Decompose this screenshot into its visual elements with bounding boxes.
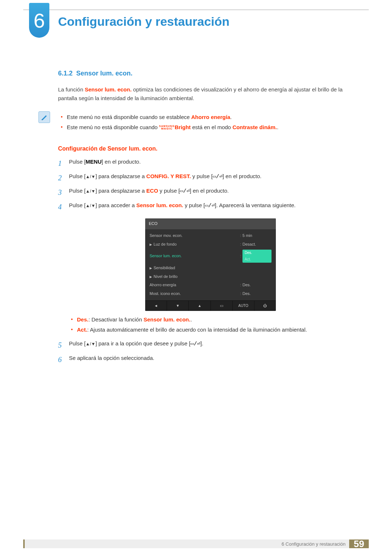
enter-icon: ▭/⏎ [213, 174, 222, 180]
osd-title: ECO [145, 218, 276, 229]
manual-page: 6 Configuración y restauración 6.1.2Sens… [0, 0, 392, 554]
step-5: 5 Pulse [▲/▼] para ir a la opción que de… [58, 339, 363, 351]
step-3: 3 Pulse [▲/▼] para desplazarse a ECO y p… [58, 186, 363, 198]
submenu-arrow-icon: ▶ [150, 274, 152, 279]
osd-option-dropdown: Des. Act. [242, 250, 271, 263]
submenu-arrow-icon: ▶ [150, 266, 152, 271]
option-des: Des.: Desactivar la función Sensor lum. … [69, 315, 363, 324]
submenu-arrow-icon: ▶ [150, 242, 152, 247]
osd-footer: ◄ ▼ ▲ ▭ AUTO ⏻ [145, 300, 276, 311]
option-description-list: Des.: Desactivar la función Sensor lum. … [69, 315, 363, 334]
enter-icon: ▭/⏎ [191, 341, 200, 347]
section-title: Sensor lum. econ. [76, 70, 132, 77]
osd-row-most-icono: Most. icono econ.:Des. [145, 290, 276, 298]
up-down-icon: ▲/▼ [86, 342, 95, 346]
chapter-badge: 6 [29, 3, 49, 38]
page-header: 6 Configuración y restauración [0, 0, 392, 44]
osd-footer-down-icon: ▼ [167, 301, 188, 311]
note-bullets: Este menú no está disponible cuando se e… [59, 111, 278, 133]
step-4: 4 Pulse [▲/▼] para acceder a Sensor lum.… [58, 201, 363, 213]
page-footer: 6 Configuración y restauración 59 [0, 537, 392, 554]
osd-footer-up-icon: ▲ [188, 301, 210, 311]
footer-bar: 6 Configuración y restauración 59 [23, 539, 369, 548]
osd-footer-power-icon: ⏻ [254, 301, 276, 311]
step-6: 6 Se aplicará la opción seleccionada. [58, 354, 363, 365]
enter-icon: ▭/⏎ [205, 203, 215, 209]
osd-row-luz-fondo: ▶Luz de fondo:Desact. [145, 240, 276, 249]
osd-menu-screenshot: ECO Sensor mov. econ.:5 min ▶Luz de fond… [145, 218, 276, 311]
intro-paragraph: La función Sensor lum. econ. optimiza la… [58, 85, 363, 103]
osd-row-sensor-mov: Sensor mov. econ.:5 min [145, 231, 276, 240]
intro-pre: La función [58, 86, 85, 93]
steps-list: 1 Pulse [MENU] en el producto. 2 Pulse [… [58, 157, 363, 213]
osd-footer-auto-label: AUTO [232, 301, 254, 311]
osd-row-sensibilidad: ▶Sensibilidad [145, 264, 276, 272]
section-number: 6.1.2 [58, 70, 73, 77]
osd-row-ahorro-energia: Ahorro energía:Des. [145, 281, 276, 290]
up-down-icon: ▲/▼ [86, 204, 95, 208]
footer-breadcrumb: 6 Configuración y restauración [23, 539, 349, 548]
up-down-icon: ▲/▼ [86, 175, 95, 179]
osd-row-sensor-lum-active: Sensor lum. econ.: Des. Act. [145, 249, 276, 264]
steps-list-continued: 5 Pulse [▲/▼] para ir a la opción que de… [58, 339, 363, 365]
chapter-title: Configuración y restauración [58, 15, 229, 29]
osd-row-nivel-brillo: ▶Nivel de brillo [145, 272, 276, 281]
step-1: 1 Pulse [MENU] en el producto. [58, 157, 363, 169]
page-number: 59 [349, 539, 369, 548]
note-item-1: Este menú no está disponible cuando se e… [59, 113, 278, 122]
section-heading: 6.1.2Sensor lum. econ. [58, 68, 363, 79]
note-icon [38, 111, 50, 123]
step-2: 2 Pulse [▲/▼] para desplazarse a CONFIG.… [58, 172, 363, 184]
intro-highlight: Sensor lum. econ. [85, 86, 131, 93]
up-down-icon: ▲/▼ [86, 189, 95, 193]
osd-footer-source-icon: ▭ [211, 301, 232, 311]
subheading: Configuración de Sensor lum. econ. [58, 144, 363, 153]
osd-footer-back-icon: ◄ [145, 301, 167, 311]
note-block: Este menú no está disponible cuando se e… [58, 111, 363, 133]
note-item-2: Este menú no está disponible cuando SAMS… [59, 123, 278, 132]
content-area: 6.1.2Sensor lum. econ. La función Sensor… [58, 68, 363, 368]
enter-icon: ▭/⏎ [180, 188, 190, 194]
header-rule [23, 9, 369, 10]
option-act: Act.: Ajusta automáticamente el brillo d… [69, 325, 363, 334]
osd-body: Sensor mov. econ.:5 min ▶Luz de fondo:De… [145, 229, 276, 300]
chapter-number: 6 [33, 9, 45, 32]
